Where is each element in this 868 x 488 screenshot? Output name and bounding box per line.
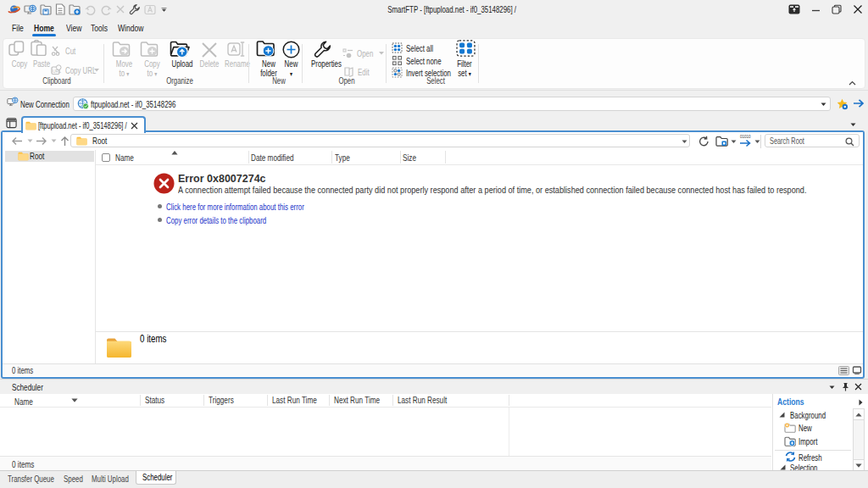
svg-text:01010: 01010 bbox=[740, 135, 751, 139]
svg-text:URL: URL bbox=[53, 69, 61, 74]
